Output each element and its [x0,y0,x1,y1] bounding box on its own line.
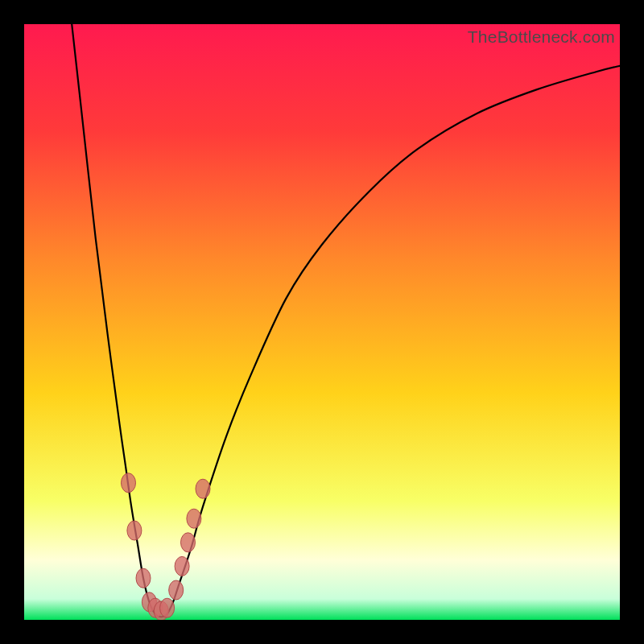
data-marker [175,556,189,576]
data-marker [187,509,201,528]
data-marker [181,533,196,552]
data-marker [196,479,210,498]
curve-markers [122,473,211,620]
data-marker [160,598,175,617]
data-marker [169,580,184,600]
chart-frame: TheBottleneck.com [0,0,644,644]
curve-layer [24,24,620,620]
data-marker [136,568,151,588]
data-marker [122,473,136,493]
bottleneck-curve [72,24,620,617]
data-marker [127,521,142,540]
plot-area: TheBottleneck.com [24,24,620,620]
